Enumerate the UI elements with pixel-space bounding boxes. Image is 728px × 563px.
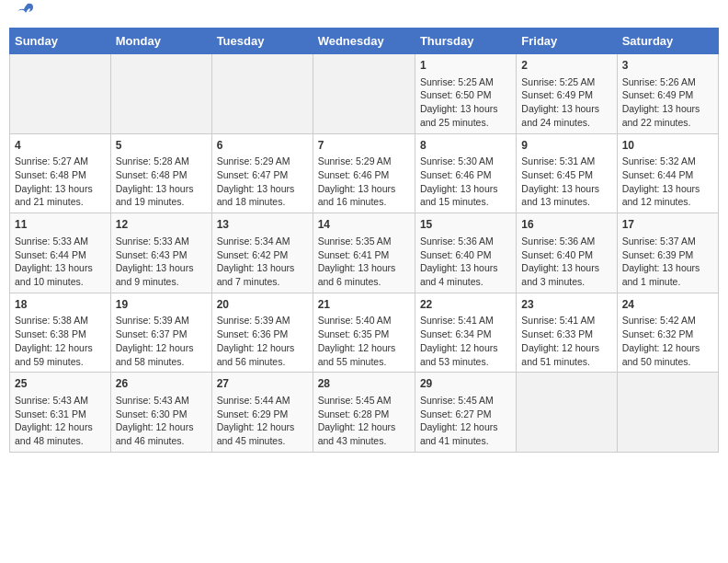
calendar-cell: 1Sunrise: 5:25 AMSunset: 6:50 PMDaylight… <box>415 54 516 134</box>
day-info: Daylight: 12 hours and 55 minutes. <box>318 341 410 368</box>
day-info: Sunset: 6:27 PM <box>420 408 511 421</box>
day-info: Sunrise: 5:25 AM <box>420 75 511 89</box>
day-number: 24 <box>622 297 713 313</box>
day-info: Sunrise: 5:35 AM <box>318 235 410 248</box>
day-info: Sunset: 6:44 PM <box>622 168 713 182</box>
day-info: Daylight: 12 hours and 59 minutes. <box>15 341 106 368</box>
day-number: 11 <box>15 217 106 233</box>
day-number: 13 <box>217 217 308 233</box>
day-info: Daylight: 13 hours and 18 minutes. <box>217 182 308 209</box>
day-info: Sunset: 6:35 PM <box>318 327 410 341</box>
calendar-cell: 20Sunrise: 5:39 AMSunset: 6:36 PMDayligh… <box>211 293 313 373</box>
calendar-cell: 8Sunrise: 5:30 AMSunset: 6:46 PMDaylight… <box>415 133 516 213</box>
day-info: Sunset: 6:38 PM <box>15 327 106 341</box>
day-number: 7 <box>318 138 410 154</box>
calendar-cell: 27Sunrise: 5:44 AMSunset: 6:29 PMDayligh… <box>211 373 313 453</box>
calendar-cell <box>110 54 211 134</box>
day-info: Sunset: 6:49 PM <box>622 88 713 102</box>
calendar-cell: 28Sunrise: 5:45 AMSunset: 6:28 PMDayligh… <box>313 373 415 453</box>
day-info: Sunrise: 5:40 AM <box>318 314 410 327</box>
day-info: Sunset: 6:43 PM <box>116 248 207 262</box>
day-info: Daylight: 13 hours and 21 minutes. <box>15 182 106 209</box>
header-friday: Friday <box>517 29 617 54</box>
calendar-cell: 18Sunrise: 5:38 AMSunset: 6:38 PMDayligh… <box>10 293 111 373</box>
day-info: Daylight: 13 hours and 9 minutes. <box>116 261 207 288</box>
day-info: Sunrise: 5:39 AM <box>217 314 308 327</box>
day-info: Daylight: 13 hours and 3 minutes. <box>521 261 611 288</box>
day-info: Sunrise: 5:29 AM <box>318 155 410 168</box>
calendar-week-row: 18Sunrise: 5:38 AMSunset: 6:38 PMDayligh… <box>10 293 719 373</box>
calendar-cell: 22Sunrise: 5:41 AMSunset: 6:34 PMDayligh… <box>415 293 516 373</box>
header-sunday: Sunday <box>10 29 111 54</box>
day-info: Sunrise: 5:30 AM <box>420 155 511 168</box>
day-info: Sunrise: 5:43 AM <box>116 394 207 408</box>
day-number: 3 <box>622 58 713 74</box>
day-number: 4 <box>15 138 106 154</box>
calendar-week-row: 4Sunrise: 5:27 AMSunset: 6:48 PMDaylight… <box>10 133 719 213</box>
day-number: 12 <box>116 217 207 233</box>
day-info: Daylight: 13 hours and 1 minute. <box>622 261 713 288</box>
day-info: Daylight: 13 hours and 16 minutes. <box>318 182 410 209</box>
day-number: 28 <box>318 376 410 392</box>
day-number: 10 <box>622 138 713 154</box>
calendar-cell: 26Sunrise: 5:43 AMSunset: 6:30 PMDayligh… <box>110 373 211 453</box>
day-number: 29 <box>420 376 511 392</box>
day-info: Sunrise: 5:39 AM <box>116 314 207 327</box>
calendar-cell: 13Sunrise: 5:34 AMSunset: 6:42 PMDayligh… <box>211 213 313 293</box>
day-info: Sunrise: 5:29 AM <box>217 155 308 168</box>
calendar-cell: 4Sunrise: 5:27 AMSunset: 6:48 PMDaylight… <box>10 133 111 213</box>
day-number: 2 <box>521 58 611 74</box>
calendar-cell: 16Sunrise: 5:36 AMSunset: 6:40 PMDayligh… <box>517 213 617 293</box>
day-info: Daylight: 12 hours and 45 minutes. <box>217 420 308 447</box>
day-info: Daylight: 13 hours and 4 minutes. <box>420 261 511 288</box>
day-info: Sunrise: 5:38 AM <box>15 314 106 327</box>
day-number: 17 <box>622 217 713 233</box>
day-info: Sunset: 6:46 PM <box>318 168 410 182</box>
day-info: Sunset: 6:49 PM <box>521 88 611 102</box>
logo-text <box>13 9 35 22</box>
day-info: Sunrise: 5:31 AM <box>521 155 611 168</box>
day-info: Sunset: 6:31 PM <box>15 408 106 421</box>
day-info: Sunset: 6:48 PM <box>15 168 106 182</box>
calendar-cell: 5Sunrise: 5:28 AMSunset: 6:48 PMDaylight… <box>110 133 211 213</box>
logo <box>13 9 35 22</box>
day-number: 16 <box>521 217 611 233</box>
header-wednesday: Wednesday <box>313 29 415 54</box>
calendar-cell <box>10 54 111 134</box>
day-info: Sunset: 6:42 PM <box>217 248 308 262</box>
day-info: Sunrise: 5:27 AM <box>15 155 106 168</box>
day-info: Sunset: 6:32 PM <box>622 327 713 341</box>
day-info: Daylight: 12 hours and 41 minutes. <box>420 420 511 447</box>
calendar-cell: 23Sunrise: 5:41 AMSunset: 6:33 PMDayligh… <box>517 293 617 373</box>
day-info: Daylight: 12 hours and 48 minutes. <box>15 420 106 447</box>
logo-bird-icon <box>15 2 35 22</box>
day-number: 1 <box>420 58 511 74</box>
calendar-cell: 9Sunrise: 5:31 AMSunset: 6:45 PMDaylight… <box>517 133 617 213</box>
day-info: Daylight: 13 hours and 24 minutes. <box>521 102 611 129</box>
day-info: Sunset: 6:36 PM <box>217 327 308 341</box>
day-info: Daylight: 12 hours and 56 minutes. <box>217 341 308 368</box>
calendar-cell: 12Sunrise: 5:33 AMSunset: 6:43 PMDayligh… <box>110 213 211 293</box>
day-info: Daylight: 12 hours and 58 minutes. <box>116 341 207 368</box>
day-info: Sunset: 6:39 PM <box>622 248 713 262</box>
day-info: Sunrise: 5:28 AM <box>116 155 207 168</box>
day-info: Daylight: 12 hours and 51 minutes. <box>521 341 611 368</box>
calendar-cell: 2Sunrise: 5:25 AMSunset: 6:49 PMDaylight… <box>517 54 617 134</box>
calendar-cell: 24Sunrise: 5:42 AMSunset: 6:32 PMDayligh… <box>617 293 718 373</box>
day-info: Daylight: 12 hours and 43 minutes. <box>318 420 410 447</box>
day-info: Sunset: 6:48 PM <box>116 168 207 182</box>
calendar-cell: 17Sunrise: 5:37 AMSunset: 6:39 PMDayligh… <box>617 213 718 293</box>
day-info: Sunset: 6:40 PM <box>521 248 611 262</box>
calendar-cell <box>617 373 718 453</box>
day-info: Sunrise: 5:43 AM <box>15 394 106 408</box>
day-number: 8 <box>420 138 511 154</box>
day-info: Daylight: 13 hours and 19 minutes. <box>116 182 207 209</box>
calendar-cell: 6Sunrise: 5:29 AMSunset: 6:47 PMDaylight… <box>211 133 313 213</box>
day-number: 23 <box>521 297 611 313</box>
day-info: Daylight: 13 hours and 7 minutes. <box>217 261 308 288</box>
header-monday: Monday <box>110 29 211 54</box>
day-info: Sunset: 6:44 PM <box>15 248 106 262</box>
calendar-cell <box>211 54 313 134</box>
day-info: Sunrise: 5:36 AM <box>420 235 511 248</box>
day-number: 5 <box>116 138 207 154</box>
